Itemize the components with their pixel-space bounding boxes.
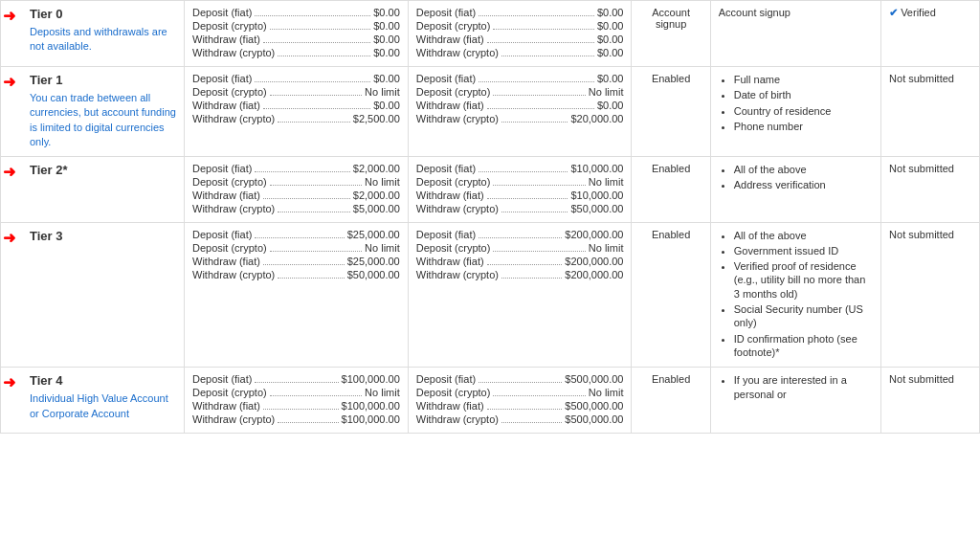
limit-label: Deposit (crypto): [416, 387, 491, 398]
limit-value: No limit: [589, 86, 624, 98]
limit-label: Withdraw (crypto): [416, 269, 499, 280]
limit-line: Deposit (crypto)No limit: [416, 387, 624, 398]
limit-line: Withdraw (crypto)$500,000.00: [416, 413, 624, 425]
limit-value: $0.00: [373, 33, 400, 45]
limit-value: $0.00: [373, 20, 400, 32]
limit-line: Deposit (crypto)No limit: [416, 176, 624, 188]
limit-label: Withdraw (crypto): [416, 413, 499, 425]
requirements-cell: Full nameDate of birthCountry of residen…: [710, 67, 880, 157]
table-row: ➜Tier 4Individual High Value Account or …: [1, 368, 980, 434]
requirement-item: Social Security number (US only): [734, 302, 873, 330]
limit-line: Withdraw (fiat)$2,000.00: [192, 190, 400, 201]
limit-line: Deposit (fiat)$0.00: [192, 73, 400, 84]
requirement-item: All of the above: [734, 229, 873, 242]
limit-dots: [263, 254, 345, 265]
limit-value: No limit: [365, 242, 400, 254]
limit-label: Withdraw (crypto): [416, 203, 499, 214]
limit-label: Deposit (crypto): [192, 86, 267, 98]
limit-value: $500,000.00: [565, 373, 623, 385]
limit-line: Deposit (fiat)$200,000.00: [416, 229, 624, 240]
monthly-limits-cell: Deposit (fiat)$0.00Deposit (crypto)No li…: [408, 67, 632, 157]
requirement-item: ID confirmation photo (see footnote)*: [734, 332, 873, 360]
limit-line: Withdraw (fiat)$100,000.00: [192, 400, 400, 412]
limit-line: Deposit (fiat)$10,000.00: [416, 163, 624, 174]
limit-dots: [270, 240, 362, 252]
status-cell: Not submitted: [881, 368, 980, 434]
limit-value: $0.00: [373, 73, 400, 84]
limit-dots: [487, 98, 594, 109]
daily-limits-cell: Deposit (fiat)$0.00Deposit (crypto)No li…: [185, 67, 409, 157]
table-row: ➜Tier 0Deposits and withdrawals are not …: [1, 1, 980, 67]
limit-label: Deposit (fiat): [192, 163, 252, 174]
limit-dots: [487, 254, 563, 265]
limit-dots: [479, 371, 562, 383]
limit-dots: [255, 71, 370, 82]
limit-value: $0.00: [373, 47, 400, 58]
limit-label: Withdraw (fiat): [416, 190, 484, 201]
tier-description: Deposits and withdrawals are not availab…: [30, 25, 176, 55]
limit-value: $0.00: [597, 20, 624, 32]
limit-value: $0.00: [597, 73, 624, 84]
limit-dots: [255, 371, 338, 383]
arrow-icon: ➜: [3, 73, 15, 91]
limit-label: Withdraw (crypto): [416, 113, 499, 124]
limit-label: Withdraw (crypto): [416, 47, 499, 58]
limit-line: Withdraw (fiat)$0.00: [192, 33, 400, 45]
limit-line: Deposit (crypto)No limit: [192, 242, 400, 254]
daily-limits-cell: Deposit (fiat)$0.00Deposit (crypto)$0.00…: [185, 1, 409, 67]
tier-cell: ➜Tier 4Individual High Value Account or …: [1, 368, 185, 434]
table-row: ➜Tier 3Deposit (fiat)$25,000.00Deposit (…: [1, 222, 980, 368]
tier-name: Tier 4: [30, 373, 176, 388]
daily-limits-cell: Deposit (fiat)$100,000.00Deposit (crypto…: [185, 368, 409, 434]
limit-dots: [270, 18, 371, 30]
tier-cell: ➜Tier 3: [1, 222, 185, 368]
limit-dots: [255, 5, 370, 16]
tier-cell: ➜Tier 1You can trade between all currenc…: [1, 67, 185, 157]
requirements-cell: If you are interested in a personal or: [710, 368, 880, 434]
status-badge: Not submitted: [889, 73, 954, 84]
requirement-item: All of the above: [734, 163, 873, 176]
limit-label: Withdraw (fiat): [192, 256, 260, 267]
status-badge: ✔ Verified: [889, 7, 936, 18]
limit-label: Deposit (crypto): [416, 20, 491, 32]
limit-dots: [493, 84, 585, 96]
limit-line: Deposit (fiat)$500,000.00: [416, 373, 624, 385]
limit-label: Withdraw (crypto): [192, 413, 275, 425]
limit-label: Deposit (fiat): [416, 373, 476, 385]
limit-label: Deposit (fiat): [416, 73, 476, 84]
tier-cell: ➜Tier 2*: [1, 156, 185, 222]
limit-value: No limit: [589, 176, 624, 188]
limit-label: Withdraw (crypto): [192, 269, 275, 280]
limit-value: $5,000.00: [353, 203, 400, 214]
limit-value: $0.00: [597, 47, 624, 58]
limit-value: No limit: [589, 387, 624, 398]
limit-label: Withdraw (fiat): [416, 33, 484, 45]
limit-line: Deposit (crypto)$0.00: [192, 20, 400, 32]
requirements-cell: All of the aboveGovernment issued IDVeri…: [710, 222, 880, 368]
limit-value: $200,000.00: [565, 256, 623, 267]
status-badge: Not submitted: [889, 373, 954, 385]
limit-line: Withdraw (crypto)$2,500.00: [192, 113, 400, 124]
limit-dots: [263, 398, 339, 410]
limit-line: Deposit (crypto)No limit: [192, 86, 400, 98]
limit-line: Deposit (fiat)$25,000.00: [192, 229, 400, 240]
limit-line: Deposit (crypto)No limit: [192, 176, 400, 188]
limit-dots: [493, 240, 585, 252]
limit-label: Deposit (fiat): [192, 73, 252, 84]
limit-dots: [493, 174, 585, 186]
limit-dots: [493, 18, 594, 30]
tier-name: Tier 1: [30, 73, 176, 87]
limit-dots: [263, 98, 370, 109]
limit-dots: [501, 412, 562, 423]
arrow-icon: ➜: [3, 373, 15, 391]
limit-line: Withdraw (crypto)$100,000.00: [192, 413, 400, 425]
requirements-list: All of the aboveAddress verification: [719, 163, 873, 192]
limit-value: $20,000.00: [570, 113, 623, 124]
limit-label: Withdraw (fiat): [416, 256, 484, 267]
limit-line: Withdraw (crypto)$200,000.00: [416, 269, 624, 280]
status-badge: Not submitted: [889, 229, 954, 240]
limit-dots: [263, 188, 350, 199]
requirement-item: Verified proof of residence (e.g., utili…: [734, 259, 873, 301]
limit-value: No limit: [365, 176, 400, 188]
trading-cell: Enabled: [632, 222, 710, 368]
